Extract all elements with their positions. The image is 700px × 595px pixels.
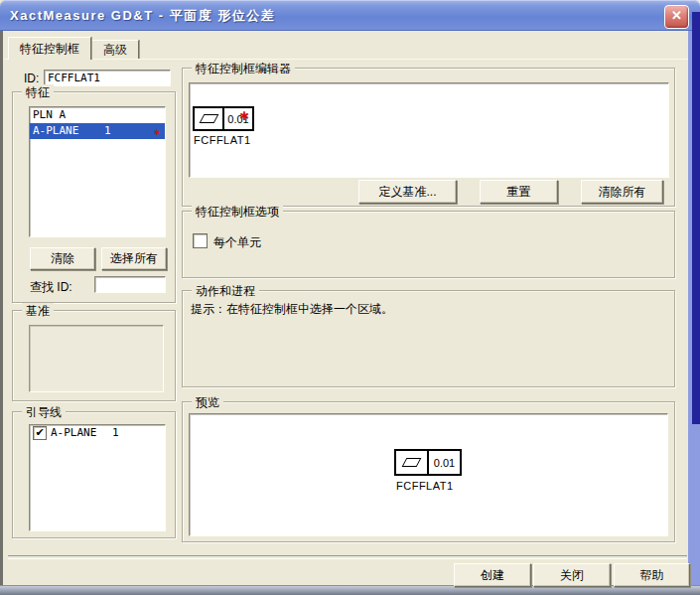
datum-group: 基准 [12, 310, 176, 401]
flatness-icon [199, 114, 218, 123]
cursor-marker-icon: ✱ [239, 109, 249, 123]
id-input[interactable] [44, 70, 171, 86]
reset-button[interactable]: 重置 [480, 180, 558, 204]
list-item[interactable]: A-PLANE 1 ✱ [30, 123, 165, 139]
help-button[interactable]: 帮助 [614, 563, 690, 587]
background-artifact [692, 12, 700, 424]
preview-title: 预览 [192, 394, 223, 411]
footer-divider [8, 555, 687, 559]
create-button[interactable]: 创建 [454, 563, 531, 587]
flatness-icon [402, 458, 422, 467]
flatness-symbol-cell [394, 449, 429, 476]
datum-group-title: 基准 [22, 303, 54, 320]
id-label: ID: [24, 72, 39, 85]
process-hint: 提示：在特征控制框中选择一个区域。 [191, 301, 393, 318]
checkbox-checked-icon[interactable]: ✔ [33, 426, 47, 440]
fcf-options-group: 特征控制框选项 每个单元 [182, 211, 675, 278]
feature-group-title: 特征 [22, 84, 54, 101]
close-icon[interactable]: ✕ [664, 5, 689, 29]
clear-all-button[interactable]: 清除所有 [581, 180, 663, 204]
define-datum-button[interactable]: 定义基准... [358, 180, 457, 204]
leader-marker-icon: ✱ [154, 124, 160, 140]
preview-fcf-frame: 0.01 [394, 449, 462, 476]
tolerance-cell: 0.01 [427, 449, 462, 476]
fcf-editor-group: 特征控制框编辑器 0.01 ✱ FCFFLAT1 定义基准... 重置 清除所有 [182, 68, 675, 207]
tab-feature-control-frame[interactable]: 特征控制框 [8, 37, 91, 60]
window-title: XactMeasure GD&T - 平面度 形位公差 [10, 7, 275, 25]
fcf-editor-name: FCFFLAT1 [194, 134, 251, 146]
tolerance-cell[interactable]: 0.01 [222, 106, 254, 131]
preview-group: 预览 0.01 FCFFLAT1 [182, 401, 675, 542]
per-unit-checkbox[interactable] [193, 233, 208, 248]
leader-group: 引导线 ✔ A-PLANE 1 [12, 411, 176, 538]
feature-list[interactable]: PLN A A-PLANE 1 ✱ [29, 106, 166, 237]
fcf-editor-title: 特征控制框编辑器 [192, 61, 295, 77]
list-item[interactable]: ✔ A-PLANE 1 [30, 425, 165, 441]
tab-advanced[interactable]: 高级 [91, 40, 139, 60]
title-bar[interactable]: XactMeasure GD&T - 平面度 形位公差 [0, 0, 700, 31]
flatness-symbol-cell[interactable] [193, 106, 224, 131]
preview-canvas: 0.01 FCFFLAT1 [189, 413, 668, 536]
find-id-label: 查找 ID: [30, 279, 72, 296]
tab-strip-line [4, 59, 688, 60]
action-process-group: 动作和进程 提示：在特征控制框中选择一个区域。 [182, 290, 675, 387]
fcf-editor-canvas[interactable]: 0.01 ✱ FCFFLAT1 [189, 82, 669, 178]
fcf-options-title: 特征控制框选项 [192, 204, 283, 221]
leader-list[interactable]: ✔ A-PLANE 1 [29, 424, 166, 531]
datum-list[interactable] [29, 325, 164, 392]
find-id-input[interactable] [94, 276, 166, 293]
window-frame-left [0, 31, 3, 586]
select-all-button[interactable]: 选择所有 [101, 247, 167, 270]
preview-fcf-name: FCFFLAT1 [396, 480, 454, 492]
per-unit-label: 每个单元 [213, 234, 261, 251]
action-process-title: 动作和进程 [192, 283, 259, 300]
leader-group-title: 引导线 [22, 404, 66, 421]
clear-button[interactable]: 清除 [30, 247, 95, 270]
xactmeasure-gdt-dialog: XactMeasure GD&T - 平面度 形位公差 ✕ 特征控制框 高级 I… [0, 0, 700, 595]
feature-group: 特征 PLN A A-PLANE 1 ✱ 清除 选择所有 查找 ID: [12, 91, 176, 303]
close-button[interactable]: 关闭 [533, 563, 611, 587]
list-item[interactable]: PLN A [30, 107, 165, 123]
